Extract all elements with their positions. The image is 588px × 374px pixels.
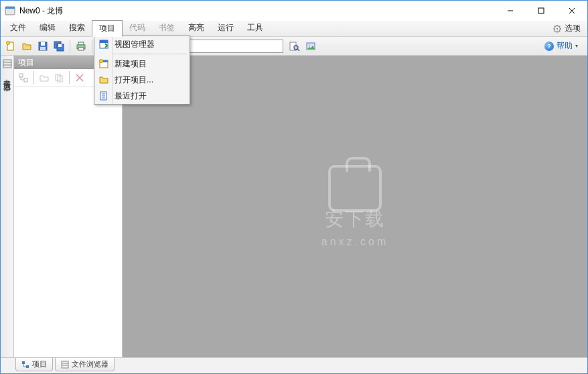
menu-5[interactable]: 书签 <box>152 20 181 37</box>
svg-point-37 <box>309 44 311 46</box>
titlebar: New0 - 龙博 <box>1 1 587 21</box>
panel-tree-button[interactable] <box>17 71 30 84</box>
dock-strip[interactable]: 文件浏览器 <box>1 56 14 357</box>
menu-separator <box>113 54 187 54</box>
svg-rect-53 <box>62 361 68 368</box>
svg-rect-1 <box>5 7 15 9</box>
svg-rect-23 <box>58 44 62 47</box>
gear-icon <box>553 24 562 34</box>
file-browser-tab-icon <box>61 361 69 369</box>
panel-separator <box>69 71 70 84</box>
svg-rect-38 <box>3 60 11 68</box>
svg-rect-57 <box>100 40 108 43</box>
menu-item-recent[interactable]: 最近打开 <box>94 88 190 104</box>
menu-3[interactable]: 项目 <box>92 20 123 37</box>
menu-2[interactable]: 搜索 <box>62 20 92 37</box>
menu-item-views-manager[interactable]: 视图管理器 <box>94 36 190 52</box>
panel-separator <box>33 71 34 84</box>
help-icon: ? <box>544 42 554 51</box>
project-tab-icon <box>21 361 29 369</box>
options-link[interactable]: 选项 <box>565 23 581 34</box>
recent-icon <box>98 90 109 101</box>
save-all-button[interactable] <box>52 39 66 54</box>
menu-item-label: 视图管理器 <box>115 39 155 50</box>
help-link[interactable]: 帮助 <box>557 40 573 52</box>
toolbar-separator <box>92 40 92 53</box>
main-area: 文件浏览器 项目 安下载 anxz.com <box>1 56 587 357</box>
menu-item-label: 最近打开 <box>115 90 147 102</box>
minimize-button[interactable] <box>495 1 526 21</box>
menu-item-label: 打开项目... <box>115 74 153 86</box>
menu-0[interactable]: 文件 <box>3 20 33 37</box>
tab-file-browser[interactable]: 文件浏览器 <box>55 358 115 371</box>
maximize-button[interactable] <box>526 1 557 21</box>
svg-rect-26 <box>78 48 84 50</box>
save-button[interactable] <box>35 39 50 54</box>
menu-1[interactable]: 编辑 <box>33 20 62 37</box>
project-menu-dropdown: 视图管理器新建项目打开项目...最近打开 <box>94 36 190 105</box>
menu-item-new-project[interactable]: 新建项目 <box>94 56 190 72</box>
watermark: 安下载 anxz.com <box>321 165 388 248</box>
app-icon <box>5 5 15 16</box>
close-button[interactable] <box>557 1 587 21</box>
watermark-subtext: anxz.com <box>321 236 388 248</box>
file-browser-icon <box>2 58 13 69</box>
open-file-button[interactable] <box>19 39 34 54</box>
open-folder-icon <box>98 74 109 85</box>
project-tree[interactable] <box>14 86 122 357</box>
svg-rect-20 <box>40 47 46 50</box>
svg-rect-19 <box>41 42 45 46</box>
svg-rect-3 <box>538 8 544 13</box>
menu-item-label: 新建项目 <box>115 58 147 70</box>
menu-7[interactable]: 运行 <box>211 20 240 37</box>
toolbar: ? 帮助 ▾ <box>1 37 587 56</box>
tab-project[interactable]: 项目 <box>15 358 53 371</box>
find-button[interactable] <box>287 39 302 54</box>
bottom-tabs: 项目 文件浏览器 <box>1 357 587 373</box>
svg-point-60 <box>100 60 103 63</box>
svg-rect-24 <box>78 42 84 45</box>
svg-line-13 <box>559 31 560 32</box>
menu-8[interactable]: 工具 <box>240 20 270 37</box>
editor-area: 安下载 anxz.com <box>123 56 587 357</box>
svg-rect-41 <box>19 74 23 77</box>
tab-file-browser-label: 文件浏览器 <box>72 359 108 369</box>
panel-delete-button[interactable] <box>73 71 86 84</box>
menu-item-open-folder[interactable]: 打开项目... <box>94 72 190 88</box>
menu-4[interactable]: 代码 <box>123 20 152 37</box>
toolbar-separator <box>70 40 70 53</box>
dock-label: 文件浏览器 <box>2 70 12 82</box>
menubar: 文件编辑搜索项目代码书签高亮运行工具 选项 <box>1 21 587 37</box>
svg-rect-50 <box>26 365 29 368</box>
window-controls <box>495 1 587 21</box>
svg-point-7 <box>557 27 559 29</box>
svg-point-17 <box>7 41 10 44</box>
print-button[interactable] <box>74 39 88 54</box>
svg-line-15 <box>555 31 555 32</box>
svg-line-12 <box>555 25 555 26</box>
svg-line-35 <box>297 49 299 51</box>
chevron-down-icon[interactable]: ▾ <box>575 43 578 49</box>
menu-6[interactable]: 高亮 <box>181 20 211 37</box>
views-manager-icon <box>98 39 109 50</box>
svg-line-14 <box>559 25 560 26</box>
svg-rect-42 <box>24 78 27 82</box>
window-title: New0 - 龙博 <box>19 5 495 17</box>
panel-copy-button[interactable] <box>52 71 66 84</box>
new-file-button[interactable] <box>3 39 18 54</box>
new-project-icon <box>98 58 109 69</box>
svg-rect-49 <box>22 361 25 364</box>
image-button[interactable] <box>303 39 318 54</box>
panel-open-button[interactable] <box>38 71 51 84</box>
tab-project-label: 项目 <box>32 359 47 369</box>
